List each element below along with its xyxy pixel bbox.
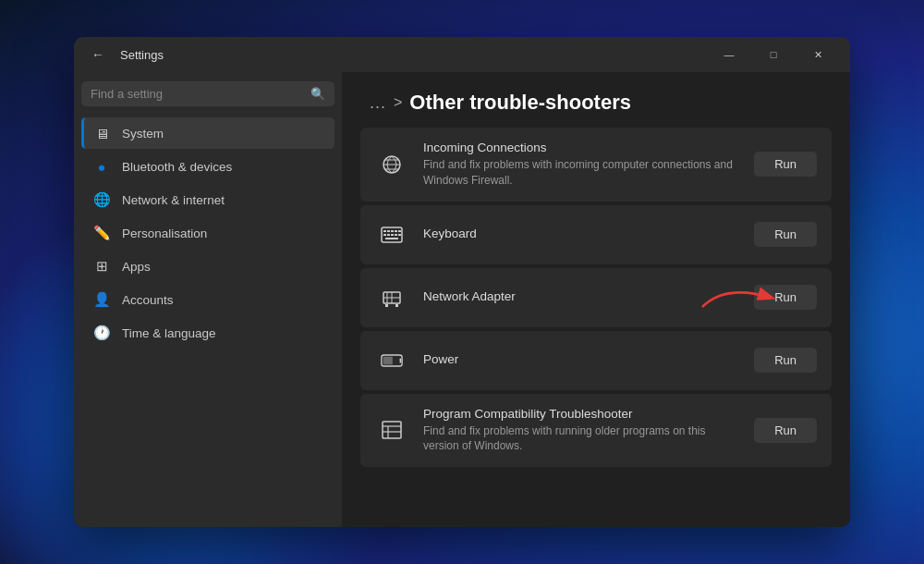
search-icon: 🔍 (310, 87, 325, 101)
time-icon: 🕐 (92, 324, 111, 342)
item-power: Power Run (360, 331, 832, 390)
titlebar: ← Settings — □ ✕ (74, 37, 850, 72)
item-keyboard: Keyboard Run (360, 205, 832, 264)
program-compat-icon (375, 413, 408, 447)
keyboard-run-button[interactable]: Run (754, 222, 817, 247)
power-icon (375, 344, 408, 377)
sidebar-item-time[interactable]: 🕐 Time & language (81, 317, 334, 349)
breadcrumb-separator: > (394, 94, 402, 111)
program-compat-run-button[interactable]: Run (754, 418, 817, 443)
sidebar-item-network-label: Network & internet (122, 193, 225, 207)
main-panel: ... > Other trouble-shooters (342, 72, 850, 527)
sidebar-item-accounts-label: Accounts (122, 293, 174, 307)
svg-rect-7 (391, 230, 394, 232)
sidebar: 🔍 🖥 System ● Bluetooth & devices 🌐 Netwo… (74, 72, 342, 527)
close-button[interactable]: ✕ (796, 40, 839, 69)
sidebar-item-system[interactable]: 🖥 System (81, 117, 334, 149)
svg-rect-9 (398, 230, 401, 232)
item-network-adapter: Network Adapter Run (360, 268, 832, 327)
apps-icon: ⊞ (92, 257, 111, 276)
program-compat-desc: Find and fix problems with running older… (423, 423, 739, 455)
sidebar-item-personalisation[interactable]: ✏️ Personalisation (81, 217, 334, 249)
power-text: Power (423, 352, 739, 369)
search-box[interactable]: 🔍 (81, 81, 334, 106)
svg-rect-24 (383, 356, 393, 364)
maximize-button[interactable]: □ (752, 40, 795, 69)
item-incoming-connections: Incoming Connections Find and fix proble… (360, 128, 832, 202)
keyboard-icon (375, 218, 408, 251)
incoming-desc: Find and fix problems with incoming comp… (423, 157, 739, 189)
back-button[interactable]: ← (85, 42, 111, 67)
svg-rect-20 (385, 304, 388, 307)
keyboard-title: Keyboard (423, 227, 739, 240)
network-adapter-run-button[interactable]: Run (754, 285, 817, 310)
page-title: Other trouble-shooters (409, 91, 631, 115)
incoming-title: Incoming Connections (423, 141, 739, 154)
sidebar-item-network[interactable]: 🌐 Network & internet (81, 184, 334, 215)
sidebar-item-system-label: System (122, 127, 164, 141)
power-run-button[interactable]: Run (754, 348, 817, 373)
breadcrumb-dots: ... (370, 93, 386, 113)
settings-window: ← Settings — □ ✕ 🔍 🖥 System ● Bluetooth … (74, 37, 850, 527)
network-adapter-title: Network Adapter (423, 289, 739, 303)
svg-rect-25 (400, 358, 402, 362)
accounts-icon: 👤 (92, 290, 111, 309)
svg-rect-26 (383, 422, 401, 438)
troubleshooters-list: Incoming Connections Find and fix proble… (342, 128, 850, 527)
network-adapter-text: Network Adapter (423, 289, 739, 306)
sidebar-item-time-label: Time & language (122, 326, 216, 340)
incoming-run-button[interactable]: Run (754, 152, 817, 177)
sidebar-item-personalisation-label: Personalisation (122, 227, 207, 240)
svg-rect-10 (383, 234, 386, 236)
sidebar-item-apps-label: Apps (122, 260, 151, 274)
sidebar-item-bluetooth[interactable]: ● Bluetooth & devices (81, 151, 334, 182)
page-header: ... > Other trouble-shooters (342, 72, 850, 128)
svg-rect-12 (391, 234, 394, 236)
svg-rect-21 (395, 304, 398, 307)
sidebar-item-accounts[interactable]: 👤 Accounts (81, 284, 334, 315)
window-controls: — □ ✕ (708, 40, 839, 69)
svg-rect-8 (395, 230, 397, 232)
incoming-text: Incoming Connections Find and fix proble… (423, 141, 739, 189)
search-input[interactable] (91, 87, 303, 101)
item-program-compat: Program Compatibility Troubleshooter Fin… (360, 394, 832, 468)
system-icon: 🖥 (92, 124, 111, 142)
minimize-button[interactable]: — (708, 40, 750, 69)
content-area: 🔍 🖥 System ● Bluetooth & devices 🌐 Netwo… (74, 72, 850, 527)
sidebar-item-apps[interactable]: ⊞ Apps (81, 251, 334, 282)
network-adapter-icon (375, 281, 408, 314)
keyboard-text: Keyboard (423, 227, 739, 243)
network-icon: 🌐 (92, 190, 111, 209)
svg-rect-14 (398, 234, 401, 236)
sidebar-item-bluetooth-label: Bluetooth & devices (122, 160, 232, 174)
svg-rect-5 (383, 230, 386, 232)
program-compat-title: Program Compatibility Troubleshooter (423, 407, 739, 421)
window-title: Settings (120, 48, 164, 62)
incoming-icon (375, 148, 408, 181)
power-title: Power (423, 352, 739, 366)
personalisation-icon: ✏️ (92, 224, 111, 242)
program-compat-text: Program Compatibility Troubleshooter Fin… (423, 407, 739, 455)
svg-rect-15 (385, 238, 398, 239)
bluetooth-icon: ● (92, 157, 111, 176)
svg-rect-13 (395, 234, 397, 236)
svg-rect-11 (387, 234, 390, 236)
svg-rect-6 (387, 230, 390, 232)
